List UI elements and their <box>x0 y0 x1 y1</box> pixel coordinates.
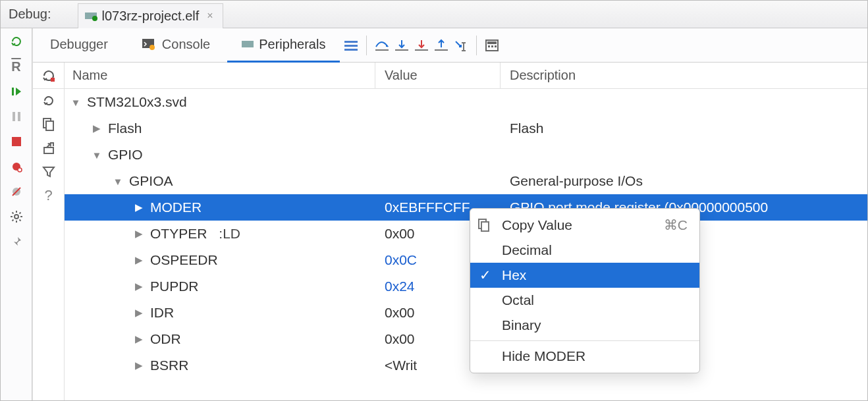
tab-peripherals[interactable]: Peripherals <box>227 28 340 63</box>
chevron-right-icon[interactable]: ▶ <box>133 254 145 266</box>
col-value[interactable]: Value <box>375 63 501 88</box>
svg-rect-19 <box>344 41 358 43</box>
chevron-right-icon[interactable]: ▶ <box>133 228 145 240</box>
menu-decimal[interactable]: Decimal <box>470 238 699 263</box>
run-to-cursor-icon[interactable] <box>452 37 470 54</box>
context-menu: Copy Value ⌘C Decimal ✓ Hex Octal Binary <box>470 208 700 373</box>
svg-rect-3 <box>12 137 21 146</box>
settings-icon[interactable] <box>9 209 24 225</box>
debug-label: Debug: <box>9 7 51 22</box>
mute-breakpoints-icon[interactable] <box>9 184 24 200</box>
tree-toolbar: ? <box>33 89 65 400</box>
tree-node-label: GPIO <box>108 147 143 163</box>
chip-icon <box>242 41 254 47</box>
menu-hex[interactable]: ✓ Hex <box>470 263 699 288</box>
svg-rect-24 <box>395 49 408 51</box>
menu-copy-value[interactable]: Copy Value ⌘C <box>470 213 699 238</box>
menu-hide[interactable]: Hide MODER <box>470 344 699 369</box>
tree-node-desc: Flash <box>501 120 867 136</box>
separator <box>476 36 477 55</box>
step-out-icon[interactable] <box>433 37 450 54</box>
resume-icon[interactable] <box>9 84 24 99</box>
close-icon[interactable]: × <box>204 10 215 22</box>
register-row-odr[interactable]: ▶ ODR 0x00 data register (0x000000 <box>65 326 867 352</box>
check-icon: ✓ <box>479 267 491 283</box>
svg-rect-34 <box>488 45 490 47</box>
register-name: OTYPER <box>150 226 207 242</box>
chip-icon <box>85 13 97 19</box>
force-step-into-icon[interactable] <box>413 37 430 54</box>
filter-icon[interactable] <box>41 164 57 180</box>
tree-root[interactable]: ▼ STM32L0x3.svd <box>65 89 867 115</box>
register-row-pupdr[interactable]: ▶ PUPDR 0x24 pull-down register (0x00 <box>65 273 867 300</box>
tree-node-desc: General-purpose I/Os <box>501 173 867 189</box>
layout-icon[interactable] <box>342 37 360 54</box>
svg-rect-26 <box>415 49 428 51</box>
svg-line-15 <box>12 220 13 221</box>
chevron-right-icon[interactable]: ▶ <box>91 122 103 134</box>
register-row-otyper[interactable]: ▶ OTYPER :LD 0x00 ype register (0x000000 <box>65 221 867 247</box>
step-into-icon[interactable] <box>393 37 410 54</box>
svg-point-8 <box>14 215 18 219</box>
tab-console[interactable]: Console <box>125 28 225 63</box>
chevron-right-icon[interactable]: ▶ <box>133 201 145 213</box>
pause-icon[interactable] <box>9 109 24 124</box>
chevron-right-icon[interactable]: ▶ <box>133 333 145 345</box>
register-name: ODR <box>150 331 181 347</box>
register-row-bsrr[interactable]: ▶ BSRR <Writ eset register (0x000000 <box>65 352 867 379</box>
file-tab[interactable]: l073rz-project.elf × <box>78 3 223 28</box>
step-over-icon[interactable] <box>373 37 391 54</box>
export-icon[interactable] <box>41 140 57 156</box>
stop-icon[interactable] <box>9 134 24 149</box>
register-row-idr[interactable]: ▶ IDR 0x00 ta register (0x0000000 <box>65 300 867 326</box>
tab-console-label: Console <box>162 37 210 52</box>
evaluate-icon[interactable] <box>483 37 501 54</box>
svg-rect-42 <box>481 222 489 231</box>
tree-node-gpioa[interactable]: ▼ GPIOA General-purpose I/Os <box>65 168 867 194</box>
menu-octal[interactable]: Octal <box>470 288 699 313</box>
svg-rect-36 <box>495 45 497 47</box>
chevron-down-icon[interactable]: ▼ <box>112 176 124 187</box>
tree-node-flash[interactable]: ▶ Flash Flash <box>65 115 867 142</box>
col-name[interactable]: Name <box>65 63 375 88</box>
breakpoint-icon[interactable] <box>9 159 24 174</box>
titlebar: Debug: l073rz-project.elf × <box>1 1 867 28</box>
col-description[interactable]: Description <box>501 63 867 88</box>
register-name: MODER <box>150 200 202 215</box>
refresh-toggle-icon[interactable] <box>33 63 65 88</box>
reset-icon[interactable]: R <box>9 59 24 74</box>
rerun-icon[interactable] <box>9 34 24 49</box>
tree-root-label: STM32L0x3.svd <box>87 94 187 110</box>
register-name: OSPEEDR <box>150 252 218 268</box>
tree-node-label: GPIOA <box>129 173 173 189</box>
tree-node-gpio[interactable]: ▼ GPIO <box>65 142 867 168</box>
help-icon[interactable]: ? <box>41 188 57 203</box>
register-row-ospeedr[interactable]: ▶ OSPEEDR 0x0C speed register (0x00000 <box>65 247 867 273</box>
menu-binary[interactable]: Binary <box>470 313 699 338</box>
svg-rect-28 <box>435 49 448 51</box>
register-tree: ▼ STM32L0x3.svd ▶ Flash Flash ▼ <box>65 89 867 400</box>
svg-rect-0 <box>12 88 14 95</box>
svg-rect-1 <box>13 112 15 121</box>
chevron-down-icon[interactable]: ▼ <box>91 149 103 161</box>
tab-debugger-label: Debugger <box>50 37 108 52</box>
tab-debugger[interactable]: Debugger <box>36 28 122 63</box>
svg-rect-39 <box>46 121 53 130</box>
menu-shortcut: ⌘C <box>664 217 688 233</box>
tab-peripherals-label: Peripherals <box>259 37 325 52</box>
console-icon <box>140 36 157 53</box>
refresh-icon[interactable] <box>41 93 57 109</box>
copy-icon[interactable] <box>41 117 57 132</box>
chevron-right-icon[interactable]: ▶ <box>133 307 145 319</box>
chevron-right-icon[interactable]: ▶ <box>133 281 145 292</box>
column-headers: Name Value Description <box>33 63 867 89</box>
chevron-down-icon[interactable]: ▼ <box>70 97 82 108</box>
register-row-moder[interactable]: ▶ MODER 0xEBFFFCFF GPIO port mode regist… <box>65 194 867 221</box>
register-name: BSRR <box>150 358 188 373</box>
chevron-right-icon[interactable]: ▶ <box>133 360 145 371</box>
separator <box>366 36 367 55</box>
menu-label: Octal <box>502 292 534 308</box>
svg-rect-20 <box>344 45 358 47</box>
pin-icon[interactable] <box>9 234 24 250</box>
menu-label: Decimal <box>502 242 552 258</box>
